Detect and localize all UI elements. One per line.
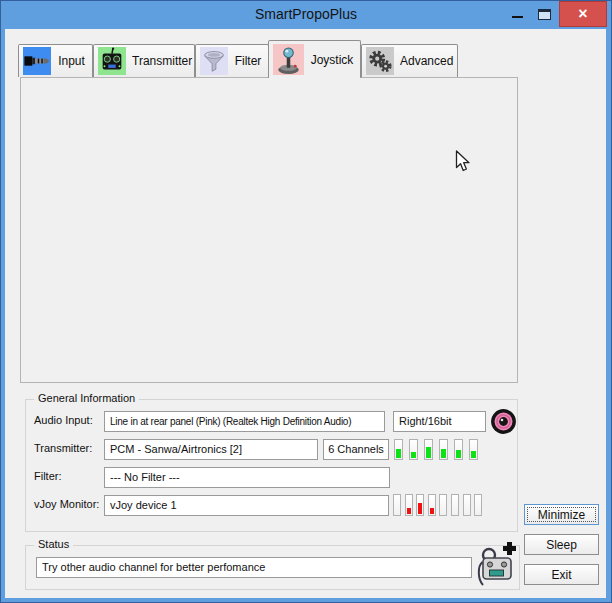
tab-filter-label: Filter: [229, 54, 268, 68]
status-group: Status Try other audio channel for bette…: [25, 545, 520, 590]
monitor-signal-bar: [474, 494, 482, 516]
vjoy-monitor-label: vJoy Monitor:: [34, 498, 99, 510]
transmitter-signal-bar: [454, 439, 463, 460]
monitor-signal-bar: [416, 494, 424, 516]
transmitter-signal-bar-fill: [471, 451, 476, 458]
minimize-button[interactable]: Minimize: [524, 504, 599, 525]
filter-value[interactable]: --- No Filter ---: [104, 467, 390, 488]
tab-joystick-label: Joystick: [305, 53, 360, 67]
tab-transmitter[interactable]: Transmitter: [93, 44, 195, 77]
audio-input-value[interactable]: Line in at rear panel (Pink) (Realtek Hi…: [104, 411, 385, 432]
rc-transmitter-icon: [98, 47, 126, 75]
tab-joystick[interactable]: Joystick: [268, 40, 361, 78]
exit-button[interactable]: Exit: [524, 564, 599, 585]
monitor-signal-bar-fill: [418, 503, 422, 514]
tab-input-label: Input: [52, 54, 91, 68]
monitor-signal-bar-fill: [430, 508, 434, 514]
general-info-group-title: General Information: [34, 392, 139, 404]
joystick-tab-page: [20, 77, 518, 383]
transmitter-signal-bar-fill: [411, 452, 416, 458]
transmitter-signal-bar: [394, 439, 403, 460]
status-group-title: Status: [34, 538, 73, 550]
funnel-icon: [200, 47, 228, 75]
tab-input[interactable]: Input: [18, 44, 93, 77]
general-info-group: General Information Audio Input: Line in…: [25, 399, 518, 532]
tab-advanced-label: Advanced: [394, 54, 459, 68]
audio-input-label: Audio Input:: [34, 414, 93, 426]
monitor-signal-bar: [451, 494, 459, 516]
audio-mode-value[interactable]: Right/16bit: [393, 411, 486, 432]
transmitter-signal-bar: [424, 439, 433, 460]
tab-filter[interactable]: Filter: [195, 44, 269, 77]
transmitter-signal-bar-fill: [426, 447, 431, 458]
vjoy-monitor-value[interactable]: vJoy device 1: [104, 495, 389, 516]
tab-transmitter-label: Transmitter: [126, 54, 198, 68]
transmitter-value[interactable]: PCM - Sanwa/Airtronics [2]: [104, 439, 318, 460]
transmitter-channels-value[interactable]: 6 Channels: [323, 439, 389, 460]
transmitter-signal-bar: [469, 439, 478, 460]
transmitter-signal-bar-fill: [396, 449, 401, 458]
gears-icon: [366, 47, 394, 75]
mouse-cursor: [455, 150, 472, 173]
add-joystick-icon: [476, 540, 518, 588]
transmitter-signal-bar: [409, 439, 418, 460]
transmitter-signal-bar-fill: [441, 449, 446, 458]
monitor-signal-bar: [439, 494, 447, 516]
monitor-signal-bar: [405, 494, 413, 516]
monitor-signal-bar: [463, 494, 471, 516]
audio-jack-plug-icon: [23, 47, 51, 75]
monitor-signal-bar: [393, 494, 401, 516]
audio-jack-icon: [490, 408, 517, 435]
transmitter-signal-bar-fill: [456, 450, 461, 458]
transmitter-signal-bar: [439, 439, 448, 460]
joystick-icon: [273, 44, 304, 75]
status-message: Try other audio channel for better perfo…: [36, 557, 472, 578]
monitor-signal-bar: [428, 494, 436, 516]
filter-label: Filter:: [34, 470, 62, 482]
sleep-button[interactable]: Sleep: [524, 534, 599, 555]
monitor-signal-bar-fill: [407, 508, 411, 514]
transmitter-label: Transmitter:: [34, 442, 92, 454]
tab-advanced[interactable]: Advanced: [361, 44, 458, 77]
